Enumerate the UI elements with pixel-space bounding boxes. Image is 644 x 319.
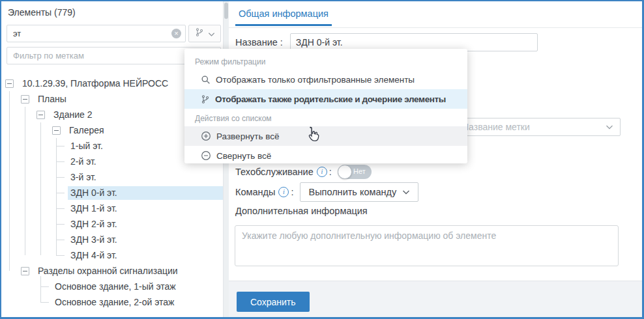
menu-item[interactable]: Отображать только отфильтрованные элемен… [184, 70, 467, 89]
tree-item[interactable]: 3-й эт. [1, 169, 223, 185]
tree-connector [56, 146, 65, 146]
search-input[interactable] [7, 25, 186, 42]
minus-icon [201, 150, 211, 161]
tree-connector [40, 302, 49, 303]
tree-item[interactable]: Основное здание, 2-ой этаж [1, 294, 223, 310]
maintenance-label: Техобслуживание [235, 167, 314, 177]
tree-item-label: Галерея [66, 124, 108, 137]
tree-item-label: Основное здание, 1-ый этаж [52, 280, 180, 294]
tree-item-label: ЗДН 4-й эт. [68, 249, 121, 262]
tree-item[interactable]: ЗДН 2-й эт. [1, 216, 223, 232]
collapse-minus-icon[interactable] [52, 126, 61, 135]
tree-item[interactable]: ЗДН 3-й эт. [1, 232, 223, 247]
tree-connector [56, 193, 65, 193]
maintenance-toggle[interactable]: Нет [338, 165, 372, 179]
tag-select-placeholder: Название метки [462, 122, 530, 132]
tab-general-info[interactable]: Общая информация [235, 8, 332, 26]
info-icon[interactable]: i [278, 187, 289, 197]
tree-connector [40, 286, 49, 287]
menu-item-label: Свернуть всё [216, 151, 271, 161]
chevron-down-icon [606, 122, 613, 132]
search-icon [201, 75, 211, 85]
menu-item[interactable]: Свернуть всё [184, 146, 467, 163]
collapse-minus-icon[interactable] [21, 267, 29, 275]
tree-item-label: Здание 2 [51, 108, 96, 122]
extra-info-label: Дополнительная информация [235, 206, 368, 216]
branch-icon [201, 94, 210, 104]
extra-info-textarea[interactable] [235, 225, 619, 266]
tree-item-label: ЗДН 0-й эт. [68, 186, 223, 200]
maintenance-toggle-value: Нет [353, 167, 366, 175]
filter-mode-button[interactable] [188, 25, 221, 42]
chevron-down-icon [402, 187, 410, 197]
collapse-minus-icon[interactable] [37, 111, 45, 119]
tree-connector [56, 177, 65, 178]
menu-item-label: Отображать только отфильтрованные элемен… [216, 75, 415, 85]
info-icon[interactable]: i [317, 167, 327, 177]
tree-item-label: Основное здание, 2-ой этаж [52, 296, 178, 309]
menu-item-label: Отображать также родительские и дочерние… [215, 94, 446, 104]
tree-item-label: 2-й эт. [68, 155, 100, 169]
menu-section-header: Режим фильтрации [184, 52, 467, 70]
clear-search-icon[interactable]: × [171, 29, 181, 38]
tree-item-label: ЗДН 2-й эт. [68, 217, 121, 231]
elements-panel-title: Элементы (779) [8, 7, 76, 18]
menu-item-label: Развернуть всё [216, 132, 280, 141]
form-footer: Сохранить [229, 281, 642, 317]
scrollbar-thumb[interactable] [224, 3, 228, 19]
filter-mode-menu: Режим фильтрацииОтображать только отфиль… [184, 49, 467, 163]
tree-connector [56, 240, 65, 240]
tree-item-label: Планы [35, 92, 70, 106]
tree-item-label: 10.1.29.39, Платформа НЕЙРОСС [20, 77, 172, 90]
tree-connector [56, 208, 65, 209]
plus-icon [201, 131, 211, 141]
commands-label: Команды [235, 187, 275, 197]
tree-item-label: 3-й эт. [68, 171, 100, 184]
chevron-down-icon [208, 28, 215, 40]
name-label: Название : [235, 37, 283, 48]
save-button[interactable]: Сохранить [237, 292, 310, 312]
tree-item-label: ЗДН 3-й эт. [68, 233, 121, 247]
tree-item[interactable]: ЗДН 4-й эт. [1, 247, 223, 263]
tree-connector [56, 255, 65, 256]
tree-item[interactable]: Разделы охранной сигнализации [1, 263, 223, 279]
tree-item[interactable]: ЗДН 0-й эт. [1, 185, 223, 201]
tree-connector [56, 161, 65, 162]
execute-command-button[interactable]: Выполнить команду [300, 182, 418, 202]
collapse-minus-icon[interactable] [5, 79, 14, 88]
tree-item[interactable]: ЗДН 1-й эт. [1, 201, 223, 216]
toggle-knob [338, 165, 352, 179]
menu-item[interactable]: Отображать также родительские и дочерние… [184, 89, 467, 109]
tag-name-select[interactable]: Название метки [455, 118, 621, 136]
maintenance-row: Техобслуживание i : Нет [235, 164, 372, 179]
tree-connector [56, 224, 65, 225]
branch-icon [195, 27, 204, 40]
menu-section-header: Действия со списком [184, 109, 467, 126]
commands-row: Команды i : Выполнить команду [235, 182, 418, 202]
tab-bar: Общая информация [229, 1, 642, 28]
tree-item[interactable]: Основное здание, 1-ый этаж [1, 279, 223, 294]
tree-item-label: 1-ый эт. [68, 139, 107, 153]
menu-item[interactable]: Развернуть всё [184, 126, 467, 146]
collapse-minus-icon[interactable] [21, 95, 29, 104]
tree-item-label: Разделы охранной сигнализации [35, 264, 182, 278]
tree-item-label: ЗДН 1-й эт. [68, 202, 121, 215]
